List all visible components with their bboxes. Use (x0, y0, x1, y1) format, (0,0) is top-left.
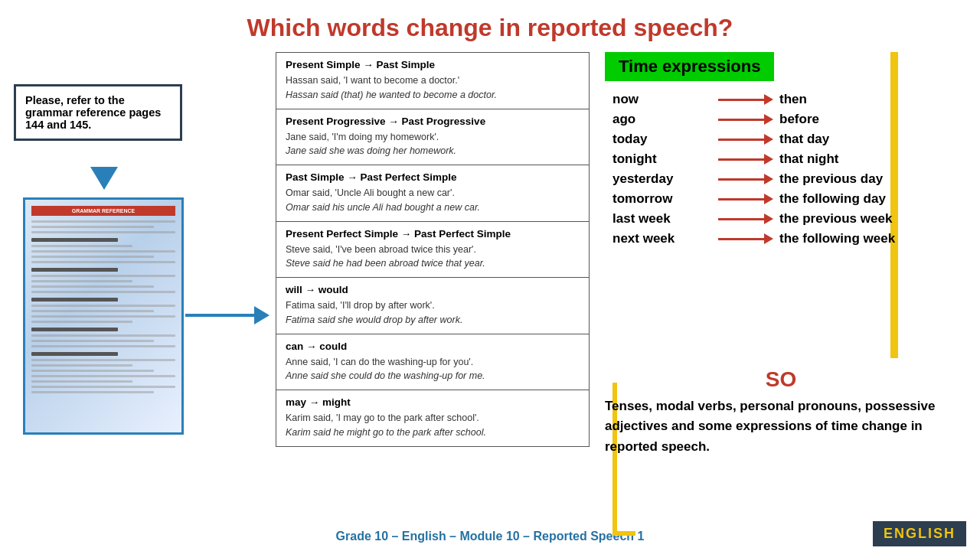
footer: Grade 10 – English – Module 10 – Reporte… (0, 530, 980, 543)
book-line (31, 334, 175, 337)
book-line (31, 245, 132, 247)
book-line (31, 359, 175, 361)
so-text: Tenses, modal verbs, personal pronouns, … (605, 396, 957, 457)
grammar-section-present-simple: Present Simple → Past SimpleHassan said,… (276, 53, 589, 109)
section-line: Fatima said, 'I'll drop by after work'. (286, 298, 580, 313)
book-line (31, 364, 132, 367)
section-title: Present Progressive → Past Progressive (286, 116, 580, 127)
grammar-table: Present Simple → Past SimpleHassan said,… (276, 52, 590, 447)
page-title: Which words change in reported speech? (0, 0, 980, 50)
arrow-down-icon (90, 167, 118, 190)
arrow-line (718, 198, 764, 201)
time-left-word: today (612, 132, 712, 147)
arrow-line (718, 119, 764, 121)
book-line (31, 375, 175, 377)
book-section-title (31, 238, 118, 242)
section-title: can → could (286, 341, 580, 352)
section-line: Omar said his uncle Ali had bought a new… (286, 201, 580, 215)
book-line (31, 226, 154, 228)
section-line: Hassan said, 'I want to become a doctor.… (286, 73, 580, 88)
book-line (31, 345, 175, 347)
english-logo: ENGLISH (873, 521, 966, 546)
time-row: tonightthat night (612, 152, 972, 167)
book-line (31, 340, 154, 342)
section-line: Jane said she was doing her homework. (286, 144, 580, 158)
book-section-title (31, 352, 118, 356)
arrow-head (764, 174, 773, 184)
book-line (31, 261, 175, 263)
time-right-word: the following week (779, 231, 895, 246)
book-section-title (31, 268, 118, 272)
time-row: todaythat day (612, 132, 972, 147)
time-row: last weekthe previous week (612, 211, 972, 227)
arrow-line (718, 238, 764, 240)
book-header: GRAMMAR REFERENCE (31, 206, 175, 216)
book-line (31, 315, 175, 318)
time-row: tomorrowthe following day (612, 191, 972, 207)
book-section-title (31, 328, 118, 331)
arrow-line (718, 139, 764, 141)
arrow-line (718, 99, 764, 101)
time-row: nowthen (612, 92, 972, 107)
section-line: Fatima said she would drop by after work… (286, 313, 580, 328)
time-arrow-icon (718, 94, 773, 105)
book-line (31, 321, 132, 323)
section-line: Anne said she could do the washing-up fo… (286, 369, 580, 383)
section-title: will → would (286, 284, 580, 295)
time-expressions-panel: Time expressions nowthenagobeforetodayth… (605, 52, 972, 246)
book-line (31, 370, 154, 372)
book-line (31, 280, 132, 282)
grammar-section-can-could: can → couldAnne said, 'I can do the wash… (276, 334, 589, 391)
book-line (31, 310, 154, 312)
time-left-word: tonight (612, 152, 712, 167)
time-expressions-header: Time expressions (605, 52, 774, 81)
book-line (31, 285, 154, 288)
time-left-word: last week (612, 211, 712, 227)
time-right-word: that day (779, 132, 829, 147)
book-section-title (31, 298, 118, 302)
book-line (31, 231, 175, 233)
section-line: Steve said he had been abroad twice that… (286, 256, 580, 271)
book-line (31, 220, 175, 223)
section-line: Steve said, 'I've been abroad twice this… (286, 243, 580, 257)
section-title: Past Simple → Past Perfect Simple (286, 171, 580, 183)
arrow-right-icon (185, 306, 270, 324)
time-row: next weekthe following week (612, 231, 972, 246)
arrow-head (764, 154, 773, 165)
time-left-word: yesterday (612, 171, 712, 187)
time-arrow-icon (718, 134, 773, 145)
section-line: Omar said, 'Uncle Ali bought a new car'. (286, 186, 580, 201)
arrow-head (764, 194, 773, 204)
time-arrow-icon (718, 233, 773, 244)
arrow-head (764, 114, 773, 125)
grammar-section-may-might: may → mightKarim said, 'I may go to the … (276, 390, 589, 446)
time-left-word: next week (612, 231, 712, 246)
book-line (31, 305, 175, 307)
time-arrow-icon (718, 214, 773, 224)
grammar-section-will-would: will → wouldFatima said, 'I'll drop by a… (276, 278, 589, 334)
so-label: SO (605, 367, 957, 392)
arrow-right-line (185, 314, 254, 317)
section-line: Anne said, 'I can do the washing-up for … (286, 355, 580, 370)
book-line (31, 380, 132, 383)
time-left-word: now (612, 92, 712, 107)
time-rows: nowthenagobeforetodaythat daytonightthat… (612, 92, 972, 246)
arrow-line (718, 178, 764, 181)
time-arrow-icon (718, 114, 773, 125)
arrow-line (718, 218, 764, 220)
time-arrow-icon (718, 174, 773, 184)
time-left-word: tomorrow (612, 191, 712, 207)
grammar-section-present-progressive: Present Progressive → Past ProgressiveJa… (276, 109, 589, 166)
grammar-section-present-perfect: Present Perfect Simple → Past Perfect Si… (276, 222, 589, 279)
time-right-word: that night (779, 152, 838, 167)
section-title: Present Perfect Simple → Past Perfect Si… (286, 228, 580, 240)
grammar-section-past-simple: Past Simple → Past Perfect SimpleOmar sa… (276, 165, 589, 222)
time-right-word: the previous day (779, 171, 883, 187)
so-section: SO Tenses, modal verbs, personal pronoun… (605, 367, 957, 457)
book-line (31, 275, 175, 277)
arrow-right-head (254, 306, 270, 324)
section-line: Karim said, 'I may go to the park after … (286, 411, 580, 425)
arrow-head (764, 233, 773, 244)
time-row: yesterdaythe previous day (612, 171, 972, 187)
arrow-head (764, 214, 773, 224)
